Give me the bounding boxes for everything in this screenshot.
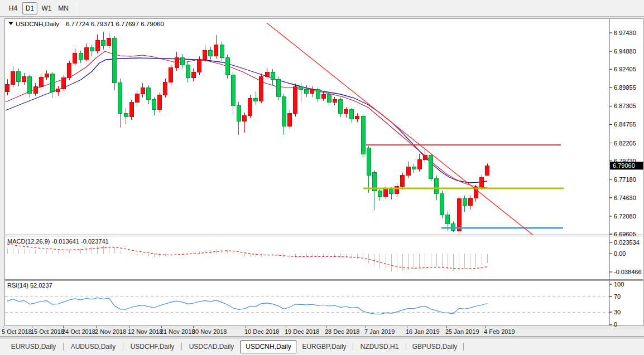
trading-app-window: H4 D1 W1 MN USDCNH,Daily6.77724 6.79371 … [0,0,644,355]
tab-divider [63,343,64,351]
price-axis-label: 6.87305 [614,103,636,109]
date-axis-label: 5 Oct 2018 [2,328,32,335]
tab-nzdusd-h1[interactable]: NZDUSD,H1 [354,341,405,353]
price-axis-label: 6.72080 [614,213,636,220]
timeframe-button-d1[interactable]: D1 [22,2,37,14]
price-axis-label: 6.84755 [614,121,636,128]
date-axis-label: 10 Dec 2018 [244,328,279,335]
date-axis-label: 15 Oct 2018 [31,328,64,335]
macd-label: MACD(12,26,9) -0.013641 -0.023741 [7,238,109,245]
price-axis-label: 6.82205 [614,140,636,147]
tab-eurusd-daily[interactable]: EURUSD,Daily [4,341,63,353]
tab-divider [123,343,123,351]
date-axis-label: 2 Nov 2018 [95,328,126,335]
date-axis-label: 16 Jan 2019 [406,328,440,335]
timeframe-toolbar: H4 D1 W1 MN [0,0,644,17]
date-axis-label: 30 Nov 2018 [192,328,227,335]
tab-eurgbp-daily[interactable]: EURGBP,Daily [296,341,352,353]
timeframe-button-h4[interactable]: H4 [6,2,21,14]
date-axis-label: 28 Dec 2018 [325,328,359,335]
tab-divider [353,343,353,351]
date-axis-label: 21 Nov 2018 [160,328,195,335]
macd-axis-label: 0.00 [614,250,626,257]
date-axis-label: 12 Nov 2018 [128,328,162,335]
date-axis-label: 25 Jan 2019 [445,328,479,335]
price-axis-label: 6.69605 [614,231,636,237]
date-axis-label: 4 Feb 2019 [484,328,515,335]
timeframe-button-mn[interactable]: MN [56,2,71,14]
chart-title-ohlc: 6.77724 6.79371 6.77697 6.79060 [66,21,164,27]
tab-divider [181,343,182,351]
price-axis-label: 6.94880 [614,48,636,55]
date-axis-label: 19 Dec 2018 [285,328,319,335]
chart-canvas[interactable]: USDCNH,Daily6.77724 6.79371 6.77697 6.79… [0,17,644,338]
date-axis-label: 24 Oct 2018 [62,328,95,335]
rsi-axis-label: 70 [614,293,621,300]
macd-axis-label: -0.038466 [614,269,642,275]
rsi-axis-label: 0 [614,321,617,328]
tab-usdcad-daily[interactable]: USDCAD,Daily [182,341,241,353]
tab-usdchf-daily[interactable]: USDCHF,Daily [124,341,181,353]
tab-divider [463,343,464,351]
tab-divider [406,343,406,351]
price-axis-label: 6.74630 [614,194,636,201]
price-axis-label: 6.97430 [614,30,636,36]
toolbar-separator [76,2,76,14]
chart-title: USDCNH,Daily [16,21,59,27]
tab-usdcnh-daily[interactable]: USDCNH,Daily [241,341,296,353]
current-price-tag-text: 6.79060 [613,162,635,169]
timeframe-button-w1[interactable]: W1 [39,2,54,14]
tab-gbpusd-daily[interactable]: GBPUSD,Daily [407,341,463,353]
price-axis-label: 6.92405 [614,66,636,72]
tab-audusd-daily[interactable]: AUDUSD,Daily [64,341,122,353]
macd-axis-label: 0.023534 [614,239,640,246]
rsi-axis-label: 30 [614,309,621,315]
rsi-axis-label: 100 [614,281,624,288]
symbol-tab-bar: EURUSD,Daily AUDUSD,Daily USDCHF,Daily U… [0,338,644,355]
date-axis-label: 7 Jan 2019 [364,328,395,335]
rsi-label: RSI(14) 52.0237 [7,282,52,289]
price-axis-label: 6.89855 [614,84,636,91]
price-axis-label: 6.77180 [614,176,636,183]
